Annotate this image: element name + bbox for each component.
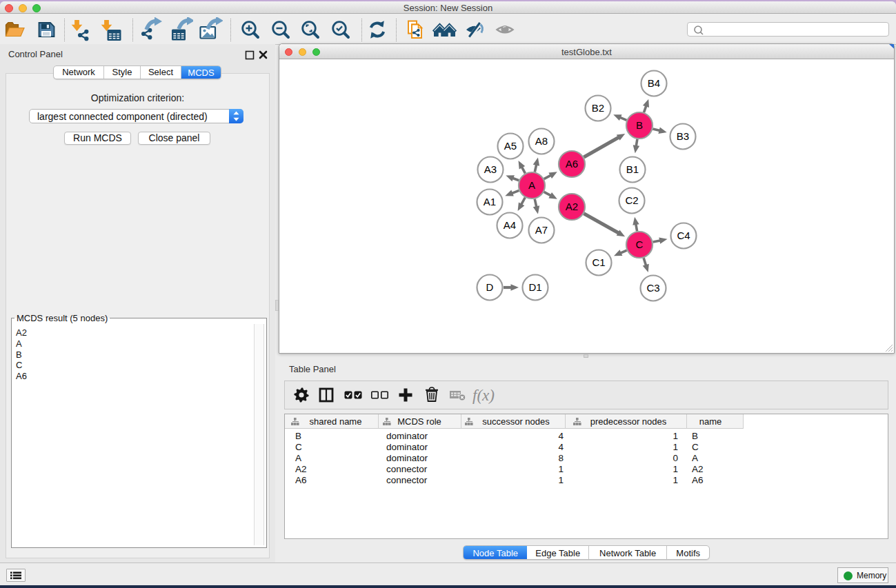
svg-text:A1: A1	[484, 196, 496, 207]
svg-text:A8: A8	[535, 135, 548, 147]
svg-text:B: B	[636, 119, 643, 131]
svg-text:A5: A5	[504, 140, 517, 152]
svg-text:B1: B1	[626, 163, 639, 175]
svg-text:D: D	[486, 281, 494, 293]
svg-text:B4: B4	[648, 77, 660, 89]
svg-text:f(x): f(x)	[472, 387, 495, 404]
svg-text:B2: B2	[592, 102, 604, 114]
svg-text:A3: A3	[484, 163, 497, 175]
svg-text:C4: C4	[677, 230, 690, 241]
svg-text:C1: C1	[592, 256, 605, 268]
svg-text:C2: C2	[625, 194, 638, 206]
svg-text:C3: C3	[646, 282, 659, 294]
svg-text:A4: A4	[504, 219, 516, 231]
svg-text:A: A	[528, 179, 535, 191]
svg-text:A2: A2	[566, 201, 578, 212]
svg-text:D1: D1	[528, 281, 541, 293]
svg-text:A6: A6	[566, 158, 578, 170]
svg-text:A7: A7	[535, 224, 548, 236]
svg-text:C: C	[636, 239, 644, 250]
svg-text:B3: B3	[677, 130, 689, 142]
